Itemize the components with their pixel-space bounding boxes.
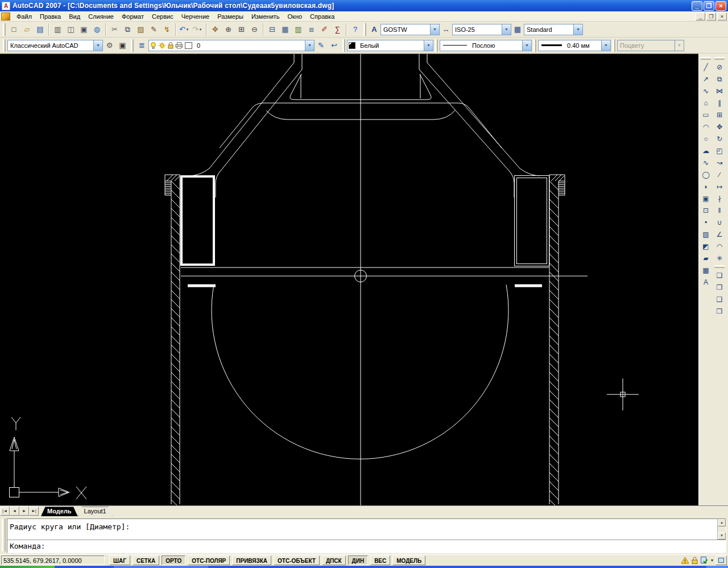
taskbar-task-button[interactable] [114, 566, 208, 568]
child-close-button[interactable]: × [717, 13, 727, 20]
layer-plot-icon[interactable] [175, 42, 183, 49]
layout1-tab[interactable]: Layout1 [78, 507, 113, 516]
next-tab-nav-button[interactable]: ► [19, 507, 29, 516]
command-prompt-line[interactable]: Команда: [7, 540, 726, 553]
block-editor-button[interactable]: ↯ [160, 23, 173, 36]
make-object-layer-current-button[interactable]: ✎ [315, 39, 328, 52]
first-tab-nav-button[interactable]: |◄ [0, 507, 10, 516]
make-block-button[interactable]: ⊡ [700, 204, 712, 216]
zoom-window-button[interactable]: ⊞ [235, 23, 248, 36]
dyn-toggle[interactable]: ДИН [348, 555, 369, 565]
bring-above-objects-button[interactable]: ❑ [714, 293, 726, 305]
copy-button[interactable]: ⧉ [121, 23, 134, 36]
properties-button[interactable]: ⊟ [266, 23, 279, 36]
revision-cloud-button[interactable]: ☁ [700, 145, 712, 157]
chevron-down-icon[interactable]: ▼ [573, 24, 582, 35]
menu-insert[interactable]: Слияние [84, 12, 118, 21]
table-style-combo[interactable]: Standard ▼ [524, 24, 583, 35]
scroll-up-icon[interactable]: ▲ [718, 519, 726, 526]
designcenter-button[interactable]: ▦ [279, 23, 292, 36]
chamfer-button[interactable]: ∠ [714, 228, 726, 240]
lwt-toggle[interactable]: ВЕС [370, 555, 390, 565]
undo-button[interactable]: ↶▾ [178, 23, 191, 36]
circle-button[interactable]: ○ [700, 133, 712, 145]
send-to-back-button[interactable]: ❐ [714, 281, 726, 293]
layer-lock-icon[interactable] [167, 42, 174, 50]
ellipse-arc-button[interactable]: ◗ [700, 180, 712, 192]
drawing-canvas[interactable] [0, 53, 698, 505]
menu-window[interactable]: Окно [284, 12, 307, 21]
zoom-previous-button[interactable]: ⊖ [248, 23, 261, 36]
menu-draw[interactable]: Черчение [177, 12, 214, 21]
paste-button[interactable]: ▨ [134, 23, 147, 36]
save-button[interactable]: ▤ [34, 23, 47, 36]
trim-button[interactable]: ∕ [714, 168, 726, 180]
clean-screen-button[interactable] [715, 555, 727, 565]
text-style-combo[interactable]: GOSTW ▼ [380, 24, 440, 35]
scroll-down-icon[interactable]: ▼ [718, 532, 726, 540]
table-button[interactable]: ▦ [700, 264, 712, 276]
stretch-button[interactable]: ↝ [714, 157, 726, 168]
workspace-settings-button[interactable]: ⚙ [103, 39, 116, 52]
dropdown-arrow-icon[interactable]: ▾ [198, 27, 203, 32]
layer-on-bulb-icon[interactable] [150, 42, 157, 50]
chevron-down-icon[interactable]: ▼ [424, 40, 433, 51]
otrack-toggle[interactable]: ОТС-ОБЪЕКТ [274, 555, 320, 565]
zoom-realtime-button[interactable]: ⊕ [222, 23, 235, 36]
layer-combo[interactable]: 0 ▼ [148, 40, 315, 51]
insert-block-button[interactable]: ▣ [700, 192, 712, 204]
close-button[interactable]: × [715, 1, 726, 11]
command-scrollbar[interactable]: ▲ ▼ [717, 519, 726, 540]
hatch-button[interactable]: ▨ [700, 228, 712, 240]
prev-tab-nav-button[interactable]: ◄ [10, 507, 19, 516]
tool-palettes-button[interactable]: ▥ [292, 23, 305, 36]
menu-format[interactable]: Формат [118, 12, 148, 21]
3d-dwf-button[interactable]: ◍ [90, 23, 104, 36]
color-combo[interactable]: Белый ▼ [347, 40, 433, 51]
tray-dropdown-icon[interactable]: ▾ [711, 558, 713, 563]
associated-standards-icon[interactable] [700, 556, 709, 565]
grid-toggle[interactable]: СЕТКА [133, 555, 159, 565]
toolbar-grip[interactable] [613, 39, 615, 52]
cut-button[interactable]: ✂ [108, 23, 121, 36]
pan-button[interactable]: ✥ [209, 23, 222, 36]
restore-button[interactable]: ❐ [704, 1, 714, 11]
offset-button[interactable]: ∥ [714, 97, 726, 109]
command-window-grip[interactable] [2, 518, 6, 551]
toolbar-grip[interactable] [3, 39, 6, 52]
toolbar-grip[interactable] [435, 39, 438, 52]
minimize-button[interactable]: _ [692, 1, 702, 11]
toolbar-lock-icon[interactable] [691, 556, 698, 565]
menu-edit[interactable]: Правка [36, 12, 65, 21]
ellipse-button[interactable]: ◯ [700, 168, 712, 180]
chevron-down-icon[interactable]: ▼ [522, 40, 531, 51]
copy-object-button[interactable]: ⧉ [714, 73, 726, 85]
coordinates-readout[interactable]: 535.5145, 679.2617, 0.0000 [1, 555, 105, 565]
match-properties-button[interactable]: ✎ [147, 23, 160, 36]
menu-view[interactable]: Вид [65, 12, 84, 21]
arc-button[interactable]: ◠ [700, 121, 712, 133]
point-button[interactable]: • [700, 216, 712, 228]
explode-button[interactable]: ✳ [714, 252, 726, 264]
break-button[interactable]: ‖ [714, 204, 726, 216]
open-button[interactable]: ▱ [20, 23, 34, 36]
ortho-toggle[interactable]: ОРТО [162, 555, 185, 565]
model-tab[interactable]: Модель [41, 507, 78, 516]
scale-button[interactable]: ◰ [714, 145, 726, 157]
osnap-toggle[interactable]: ПРИВЯЗКА [232, 555, 271, 565]
chevron-down-icon[interactable]: ▼ [305, 40, 314, 51]
help-button[interactable]: ? [349, 23, 362, 36]
rectangle-button[interactable]: ▭ [700, 109, 712, 121]
my-workspace-button[interactable]: ▣ [116, 39, 129, 52]
multiline-text-button[interactable]: A [700, 276, 712, 288]
ducs-toggle[interactable]: ДПСК [322, 555, 346, 565]
chevron-down-icon[interactable]: ▼ [601, 40, 610, 51]
toolbar-grip[interactable] [714, 265, 725, 268]
menu-tools[interactable]: Сервис [148, 12, 177, 21]
markup-set-manager-button[interactable]: ✐ [318, 23, 331, 36]
spline-button[interactable]: ∿ [700, 157, 712, 168]
model-toggle[interactable]: МОДЕЛЬ [392, 555, 425, 565]
quickcalc-button[interactable]: ∑ [331, 23, 344, 36]
break-at-point-button[interactable]: ∤ [714, 192, 726, 204]
bring-to-front-button[interactable]: ❏ [714, 269, 726, 281]
